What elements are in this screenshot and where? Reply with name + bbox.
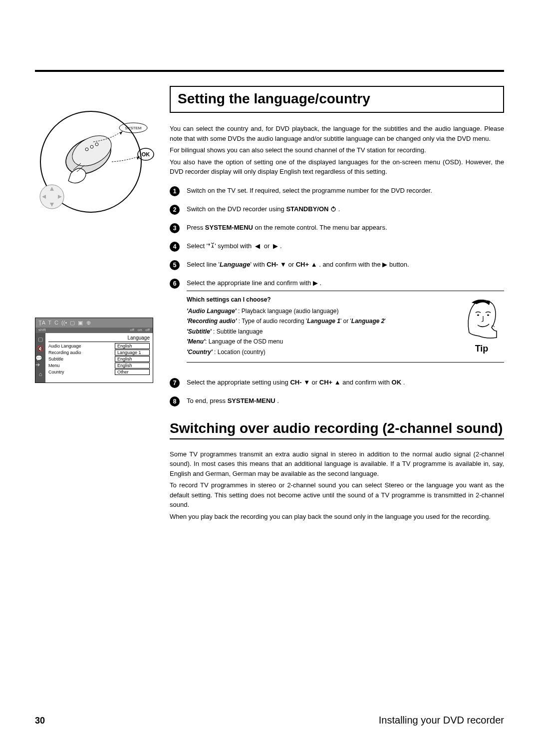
step-text: Switch on the DVD recorder using STANDBY… bbox=[187, 204, 504, 214]
power-icon bbox=[330, 206, 336, 212]
page-number: 30 bbox=[35, 716, 45, 726]
step-2: 2 Switch on the DVD recorder using STAND… bbox=[170, 204, 504, 215]
section-title-box: Setting the language/country bbox=[170, 86, 504, 113]
osd-status-row: shiftoff on off bbox=[35, 328, 153, 333]
step-8: 8 To end, press SYSTEM-MENU . bbox=[170, 396, 504, 406]
osd-row: CountryOther bbox=[48, 369, 150, 375]
osd-row: SubtitleEnglish bbox=[48, 356, 150, 362]
step-num-icon: 6 bbox=[170, 279, 180, 289]
sec2-p2: To record TV programmes in stereo or 2-c… bbox=[170, 480, 504, 510]
wrench-figure-icon bbox=[208, 243, 215, 249]
svg-point-17 bbox=[487, 315, 489, 316]
osd-menu-screenshot: ȚA T C ((• ▢ ▣ ⊕ shiftoff on off ▢🔇💬 ➔⌂ … bbox=[35, 318, 153, 383]
svg-point-16 bbox=[477, 315, 479, 316]
osd-row: Recording audioLanguage 1 bbox=[48, 350, 150, 356]
section-title: Setting the language/country bbox=[178, 91, 496, 107]
step-text: Switch on the TV set. If required, selec… bbox=[187, 186, 504, 196]
step-text: Select '' symbol with ◀ or ▶ . bbox=[187, 241, 504, 251]
page-footer: 30 Installing your DVD recorder bbox=[35, 715, 504, 726]
section-2: Switching over audio recording (2-channe… bbox=[170, 420, 504, 522]
section2-title: Switching over audio recording (2-channe… bbox=[170, 420, 504, 439]
intro-p2: For bilingual shows you can also select … bbox=[170, 145, 504, 155]
step-text: To end, press SYSTEM-MENU . bbox=[187, 396, 504, 406]
svg-marker-6 bbox=[120, 131, 123, 135]
step-1: 1 Switch on the TV set. If required, sel… bbox=[170, 186, 504, 196]
step-4: 4 Select '' symbol with ◀ or ▶ . bbox=[170, 241, 504, 252]
tip-box: Which settings can I choose? 'Audio Lang… bbox=[187, 291, 504, 363]
step-num-icon: 5 bbox=[170, 260, 180, 270]
osd-top-bar: ȚA T C ((• ▢ ▣ ⊕ bbox=[35, 318, 153, 328]
step-text: Select the appropriate line and confirm … bbox=[187, 278, 504, 370]
intro-p3: You also have the option of setting one … bbox=[170, 157, 504, 177]
remote-illustration: SYSTEM OK bbox=[40, 111, 142, 213]
sec2-p1: Some TV programmes transmit an extra aud… bbox=[170, 449, 504, 479]
step-6: 6 Select the appropriate line and confir… bbox=[170, 278, 504, 370]
footer-title: Installing your DVD recorder bbox=[379, 715, 504, 726]
step-7: 7 Select the appropriate setting using C… bbox=[170, 378, 504, 388]
intro-p1: You can select the country and, for DVD … bbox=[170, 124, 504, 143]
step-text: Select line 'Language' with CH- ▼ or CH+… bbox=[187, 260, 504, 270]
face-icon bbox=[462, 295, 502, 340]
osd-top-icons: ȚA T C ((• ▢ ▣ ⊕ bbox=[38, 320, 91, 326]
step-text: Select the appropriate setting using CH-… bbox=[187, 378, 504, 387]
intro-block: You can select the country and, for DVD … bbox=[170, 124, 504, 177]
step-num-icon: 8 bbox=[170, 396, 180, 406]
step-num-icon: 7 bbox=[170, 378, 180, 388]
step-num-icon: 4 bbox=[170, 242, 180, 252]
tip-question: Which settings can I choose? bbox=[187, 295, 453, 305]
step-num-icon: 2 bbox=[170, 205, 180, 215]
step-num-icon: 3 bbox=[170, 223, 180, 233]
osd-side-icons: ▢🔇💬 ➔⌂ bbox=[35, 333, 45, 382]
top-rule bbox=[35, 70, 504, 72]
step-num-icon: 1 bbox=[170, 186, 180, 196]
system-label: SYSTEM bbox=[125, 126, 142, 130]
navpad-icon bbox=[37, 182, 67, 212]
osd-row: MenuEnglish bbox=[48, 363, 150, 369]
step-text: Press SYSTEM-MENU on the remote control.… bbox=[187, 223, 504, 233]
ok-label: OK bbox=[142, 151, 150, 157]
osd-row: Audio LanguageEnglish bbox=[48, 343, 150, 349]
osd-menu-header: Language bbox=[48, 335, 150, 342]
svg-point-2 bbox=[85, 148, 88, 151]
tip-label: Tip bbox=[459, 342, 504, 356]
step-5: 5 Select line 'Language' with CH- ▼ or C… bbox=[170, 260, 504, 270]
sec2-p3: When you play back the recording you can… bbox=[170, 512, 504, 522]
ok-callout: OK bbox=[111, 147, 161, 172]
tip-face: Tip bbox=[459, 295, 504, 358]
step-3: 3 Press SYSTEM-MENU on the remote contro… bbox=[170, 223, 504, 233]
